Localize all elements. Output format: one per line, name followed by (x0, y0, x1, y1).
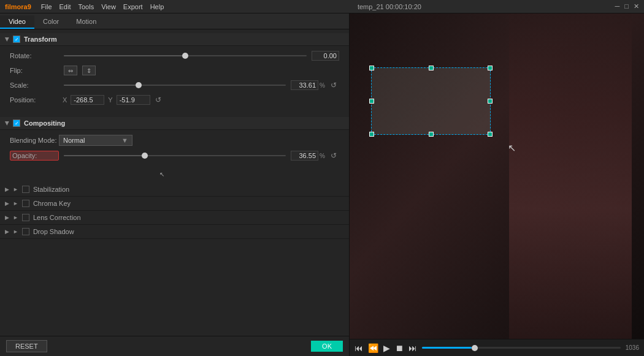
menu-view[interactable]: View (101, 3, 116, 10)
stabilization-checkbox[interactable] (22, 186, 29, 193)
left-panel: Video Color Motion ▶ ✓ Transform Rotate: (0, 13, 350, 356)
opacity-unit: % (320, 153, 329, 159)
scale-slider[interactable] (64, 85, 286, 86)
transform-checkbox[interactable]: ✓ (13, 36, 20, 43)
handle-tm[interactable] (429, 66, 434, 70)
menu-edit[interactable]: Edit (59, 3, 71, 10)
figure-bg (509, 13, 632, 339)
menu-help[interactable]: Help (150, 3, 164, 10)
handle-ml[interactable] (369, 99, 374, 104)
tab-motion[interactable]: Motion (67, 15, 105, 29)
overlay-clip[interactable] (371, 67, 491, 135)
property-tabs: Video Color Motion (0, 13, 349, 29)
opacity-reset[interactable]: ↺ (331, 151, 339, 160)
opacity-value[interactable] (291, 151, 318, 161)
transform-body: Rotate: 0.00 Flip: ⇔ ⇕ Scale: (0, 46, 349, 115)
playback-play[interactable]: ▶ (383, 343, 390, 353)
rotate-slider[interactable] (64, 55, 307, 56)
compositing-body: Blending Mode: Normal ▼ Opacity: % ↺ (0, 130, 349, 170)
tab-video[interactable]: Video (0, 15, 34, 29)
position-x-input[interactable] (71, 95, 104, 105)
chroma-label: Chroma Key (33, 200, 71, 207)
stabilization-arrow: ▶ (5, 186, 9, 192)
stabilization-expand: ► (13, 186, 18, 192)
menu-export[interactable]: Export (123, 3, 143, 10)
transform-section-header[interactable]: ▶ ✓ Transform (0, 33, 349, 46)
flip-vertical-btn[interactable]: ⇕ (82, 66, 96, 75)
handle-bm[interactable] (429, 132, 434, 137)
lens-arrow: ▶ (5, 214, 9, 221)
window-title: temp_21 00:00:10:20 (174, 3, 605, 10)
compositing-section-header[interactable]: ▶ ✓ Compositing (0, 117, 349, 130)
opacity-slider[interactable] (64, 155, 286, 156)
rotate-label: Rotate: (10, 52, 59, 59)
position-row: Position: X Y ↺ (10, 95, 339, 105)
playback-next[interactable]: ⏭ (408, 343, 417, 353)
chroma-checkbox[interactable] (22, 200, 29, 207)
handle-tr[interactable] (488, 66, 493, 70)
progress-fill (422, 347, 472, 349)
scale-label: Scale: (10, 81, 59, 89)
progress-thumb[interactable] (472, 345, 478, 351)
shadow-arrow: ▶ (5, 229, 9, 235)
handle-bl[interactable] (369, 132, 374, 137)
bottom-buttons: RESET OK (0, 336, 349, 356)
minimize-icon[interactable]: ─ (615, 2, 620, 10)
blending-mode-label: Blending Mode: (10, 137, 59, 144)
close-icon[interactable]: ✕ (634, 2, 639, 10)
playback-time: 1036 (626, 344, 639, 351)
shadow-label: Drop Shadow (33, 228, 74, 235)
menu-file[interactable]: File (41, 3, 52, 10)
position-label: Position: (10, 96, 59, 104)
right-panel: ↖ ⏮ ⏪ ▶ ⏹ ⏭ 1036 (350, 13, 644, 356)
blending-mode-dropdown[interactable]: Normal ▼ (59, 135, 132, 146)
x-label: X (63, 96, 67, 104)
opacity-row: Opacity: % ↺ (10, 151, 339, 161)
stabilization-label: Stabilization (33, 186, 69, 193)
position-y-input[interactable] (117, 95, 150, 105)
preview-area: ↖ (350, 13, 644, 339)
scale-reset[interactable]: ↺ (331, 81, 339, 89)
tab-color[interactable]: Color (34, 15, 67, 29)
chroma-key-section[interactable]: ▶ ► Chroma Key (0, 197, 349, 211)
properties-panel: ▶ ✓ Transform Rotate: 0.00 Flip: ⇔ (0, 29, 349, 336)
main-layout: Video Color Motion ▶ ✓ Transform Rotate: (0, 13, 644, 356)
reset-button[interactable]: RESET (6, 340, 47, 352)
flip-row: Flip: ⇔ ⇕ (10, 66, 339, 75)
app-logo: filmora9 (5, 3, 31, 10)
top-bar: filmora9 File Edit Tools View Export Hel… (0, 0, 644, 13)
compositing-checkbox[interactable]: ✓ (13, 119, 20, 127)
lens-checkbox[interactable] (22, 214, 29, 221)
handle-br[interactable] (488, 132, 493, 137)
compositing-title: Compositing (24, 119, 65, 127)
rotate-value[interactable]: 0.00 (312, 51, 339, 61)
scale-value[interactable] (291, 80, 318, 90)
chroma-arrow: ▶ (5, 200, 9, 206)
shadow-checkbox[interactable] (22, 228, 29, 235)
flip-horizontal-btn[interactable]: ⇔ (64, 66, 77, 75)
playback-rewind[interactable]: ⏪ (368, 343, 378, 353)
transform-title: Transform (24, 36, 57, 43)
progress-bar[interactable] (422, 347, 621, 349)
blending-mode-value: Normal (63, 137, 85, 144)
compositing-expand-arrow: ▶ (4, 121, 10, 126)
menu-bar: File Edit Tools View Export Help (41, 3, 164, 10)
playback-prev[interactable]: ⏮ (355, 343, 363, 353)
scale-row: Scale: % ↺ (10, 80, 339, 90)
drop-shadow-section[interactable]: ▶ ► Drop Shadow (0, 225, 349, 239)
transform-expand-arrow: ▶ (4, 37, 10, 42)
stabilization-section[interactable]: ▶ ► Stabilization (0, 183, 349, 197)
playback-stop[interactable]: ⏹ (395, 343, 404, 353)
lens-label: Lens Correction (33, 214, 81, 221)
handle-tl[interactable] (369, 66, 374, 70)
position-reset[interactable]: ↺ (155, 96, 164, 104)
window-controls: ─ □ ✕ (615, 2, 639, 10)
maximize-icon[interactable]: □ (624, 2, 629, 10)
lens-correction-section[interactable]: ▶ ► Lens Correction (0, 211, 349, 225)
scale-unit: % (320, 82, 329, 89)
ok-button[interactable]: OK (311, 341, 343, 352)
rotate-row: Rotate: 0.00 (10, 51, 339, 61)
y-label: Y (108, 96, 112, 104)
menu-tools[interactable]: Tools (79, 3, 94, 10)
handle-mr[interactable] (488, 99, 493, 104)
